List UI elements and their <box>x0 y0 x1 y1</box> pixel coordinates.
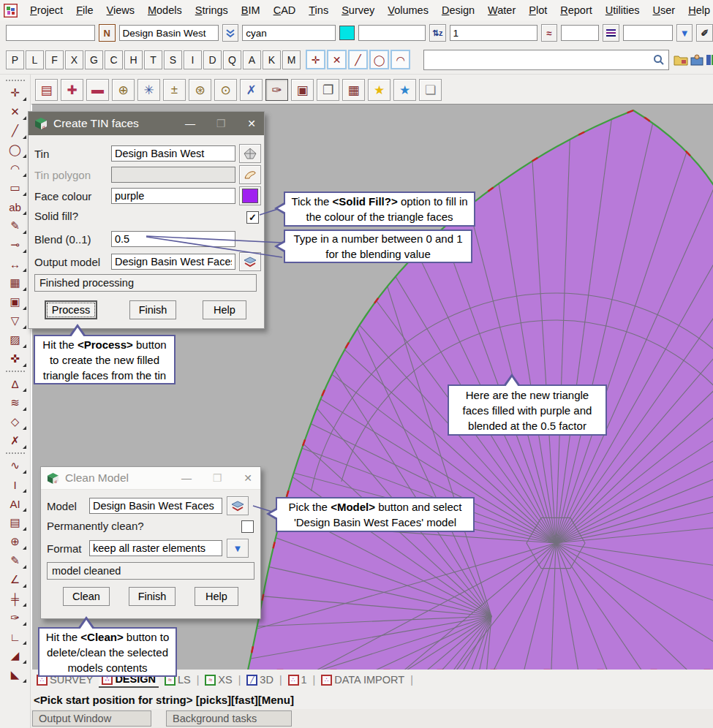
grid-view-icon[interactable]: ▦ <box>342 79 365 101</box>
format-field[interactable] <box>89 540 222 556</box>
edit-pencil-icon[interactable]: ✎ <box>3 216 28 235</box>
search-icon[interactable] <box>649 50 668 69</box>
interface-icon[interactable]: I <box>3 475 28 494</box>
symbol-icon[interactable]: ⊕ <box>3 532 28 551</box>
model-menu-button[interactable] <box>222 24 239 42</box>
tin-polygon-field[interactable] <box>111 167 235 183</box>
user-workspace-icon[interactable] <box>690 50 703 69</box>
menu-cad[interactable]: CAD <box>267 2 303 18</box>
linestyle-field[interactable] <box>561 25 599 41</box>
model-field[interactable] <box>119 25 219 41</box>
survey-data-icon[interactable]: AI <box>3 494 28 513</box>
menu-help[interactable]: Help <box>682 2 713 18</box>
pan-icon[interactable]: ✳ <box>137 79 160 101</box>
snap-star-icon[interactable]: ★ <box>393 79 416 101</box>
toolbar-letter-d[interactable]: D <box>203 50 222 69</box>
tin-picker-button[interactable] <box>239 144 261 163</box>
colour-swatch-button[interactable] <box>339 26 355 40</box>
connect-point-icon[interactable]: ⊸ <box>3 235 28 254</box>
tab-xs[interactable]: ≈XS <box>202 672 235 687</box>
raster-image-icon[interactable]: ▨ <box>3 330 28 349</box>
output-window-panel[interactable]: Output Window <box>32 710 151 727</box>
tab-3d[interactable]: ╱3D <box>244 672 276 687</box>
copy-window-icon[interactable]: ▣ <box>3 292 28 311</box>
menu-utilities[interactable]: Utilities <box>599 2 646 18</box>
z-value-button[interactable]: ⇅z <box>429 24 446 42</box>
railway-icon[interactable]: ╪ <box>3 589 28 608</box>
model-field[interactable] <box>89 498 222 514</box>
clean-model-titlebar[interactable]: d Clean Model — ❒ ✕ <box>41 467 260 490</box>
polygon-icon[interactable]: ▽ <box>3 311 28 330</box>
toolbar-letter-a[interactable]: A <box>243 50 261 69</box>
text-field[interactable] <box>6 25 95 41</box>
zoom-previous-icon[interactable]: ⊙ <box>214 79 237 101</box>
menu-report[interactable]: Report <box>554 2 599 18</box>
zoom-all-icon[interactable]: ⊛ <box>189 79 211 101</box>
toolbar-letter-p[interactable]: P <box>6 50 24 69</box>
open-folder-icon[interactable] <box>674 50 688 69</box>
polygon-picker-button[interactable] <box>239 165 261 184</box>
finish-button[interactable]: Finish <box>129 587 176 606</box>
help-button[interactable]: Help <box>203 300 246 319</box>
toolbar-letter-s[interactable]: S <box>164 50 182 69</box>
toolbar-letter-k[interactable]: K <box>263 50 281 69</box>
create-line-icon[interactable]: ╱ <box>3 121 28 140</box>
menu-design[interactable]: Design <box>435 2 481 18</box>
drape-polygon-icon[interactable]: ◇ <box>3 412 28 431</box>
background-tasks-panel[interactable]: Background tasks <box>166 710 292 727</box>
menu-views[interactable]: Views <box>100 2 141 18</box>
delete-view-icon[interactable]: ✗ <box>240 79 263 101</box>
create-point-icon[interactable]: ✛ <box>3 83 28 102</box>
menu-bim[interactable]: BIM <box>235 2 267 18</box>
menu-tins[interactable]: Tins <box>302 2 335 18</box>
freehand-draw-icon[interactable]: ∿ <box>3 456 28 475</box>
output-model-field[interactable] <box>111 254 235 270</box>
menu-plot[interactable]: Plot <box>522 2 554 18</box>
permanently-clean-checkbox[interactable] <box>241 520 254 533</box>
colour-field[interactable] <box>242 25 336 41</box>
weight-menu-button[interactable]: ≈ <box>541 24 558 42</box>
circle-snap-icon[interactable]: ◯ <box>369 50 389 69</box>
name-toggle-button[interactable]: N <box>99 24 116 42</box>
pick-pen-button[interactable]: ✐ <box>696 24 713 42</box>
line-snap-icon[interactable]: ╱ <box>348 50 368 69</box>
edit-notes-icon[interactable]: ▤ <box>3 513 28 532</box>
face-colour-swatch-button[interactable] <box>239 186 261 205</box>
angle-icon[interactable]: ∠ <box>3 570 28 589</box>
create-text-icon[interactable]: ab <box>3 197 28 216</box>
z-field[interactable] <box>358 25 426 41</box>
toolbar-letter-g[interactable]: G <box>85 50 103 69</box>
face-colour-field[interactable] <box>111 188 235 204</box>
menu-user[interactable]: User <box>646 2 682 18</box>
clean-button[interactable]: Clean <box>63 587 110 606</box>
toolbar-letter-f[interactable]: F <box>45 50 64 69</box>
output-model-button[interactable] <box>239 252 261 271</box>
process-button[interactable]: Process <box>45 300 97 319</box>
edit-string-icon[interactable]: ✑ <box>3 608 28 627</box>
menu-file[interactable]: File <box>69 2 99 18</box>
copy-view-icon[interactable]: ❐ <box>317 79 339 101</box>
toolbar-letter-q[interactable]: Q <box>223 50 241 69</box>
tin-field[interactable] <box>111 145 235 162</box>
library-icon[interactable] <box>706 50 713 69</box>
toolbar-letter-l[interactable]: L <box>26 50 44 69</box>
linestyle-menu-button[interactable] <box>603 24 619 42</box>
zoom-in-icon[interactable]: ✚ <box>61 79 83 101</box>
plot-window-icon[interactable]: ▤ <box>35 79 58 101</box>
arc-snap-icon[interactable]: ◠ <box>391 50 410 69</box>
print-icon[interactable]: ▣ <box>291 79 314 101</box>
weight-field[interactable] <box>450 25 537 41</box>
create-circle-icon[interactable]: ◯ <box>3 140 28 159</box>
toolbar-letter-h[interactable]: H <box>124 50 143 69</box>
minimize-button[interactable]: — <box>178 112 203 135</box>
tab-1[interactable]: ∴1 <box>285 672 310 687</box>
corner-icon[interactable]: ∟ <box>3 627 28 646</box>
toolbar-letter-i[interactable]: I <box>184 50 202 69</box>
minimize-button[interactable]: — <box>174 466 199 490</box>
menu-volumes[interactable]: Volumes <box>381 2 435 18</box>
toolbar-letter-m[interactable]: M <box>282 50 301 69</box>
style-field[interactable] <box>623 25 673 41</box>
slope-icon[interactable]: ∆ <box>3 374 28 393</box>
menu-project[interactable]: Project <box>23 2 69 18</box>
search-input[interactable] <box>424 52 649 68</box>
